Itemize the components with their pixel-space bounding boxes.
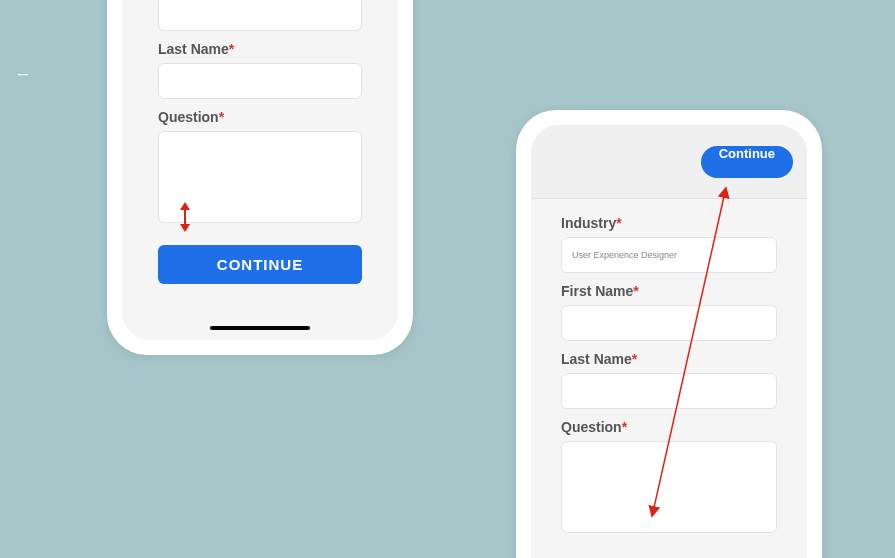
phone-right-screen: Continue Industry* User Experience Desig… xyxy=(531,125,807,558)
required-asterisk: * xyxy=(622,419,627,435)
home-indicator xyxy=(210,326,310,330)
phone-left-screen: Last Name* Question* CONTINUE xyxy=(122,0,398,340)
last-name-input[interactable] xyxy=(561,373,777,409)
continue-pill-button[interactable]: Continue xyxy=(701,146,793,178)
phone-mockup-right: Continue Industry* User Experience Desig… xyxy=(516,110,822,558)
phone2-header: Continue xyxy=(531,125,807,199)
question-label: Question* xyxy=(561,419,777,435)
phone1-prev-input[interactable] xyxy=(158,0,362,31)
first-name-label: First Name* xyxy=(561,283,777,299)
first-name-input[interactable] xyxy=(561,305,777,341)
last-name-input[interactable] xyxy=(158,63,362,99)
required-asterisk: * xyxy=(632,351,637,367)
industry-input[interactable]: User Experience Designer xyxy=(561,237,777,273)
decorative-dash: – xyxy=(18,64,28,82)
phone-mockup-left: Last Name* Question* CONTINUE xyxy=(107,0,413,355)
question-label: Question* xyxy=(158,109,362,125)
required-asterisk: * xyxy=(219,109,224,125)
required-asterisk: * xyxy=(229,41,234,57)
last-name-label: Last Name* xyxy=(561,351,777,367)
required-asterisk: * xyxy=(616,215,621,231)
industry-label: Industry* xyxy=(561,215,777,231)
question-textarea[interactable] xyxy=(158,131,362,223)
required-asterisk: * xyxy=(633,283,638,299)
continue-button[interactable]: CONTINUE xyxy=(158,245,362,284)
last-name-label: Last Name* xyxy=(158,41,362,57)
question-textarea[interactable] xyxy=(561,441,777,533)
